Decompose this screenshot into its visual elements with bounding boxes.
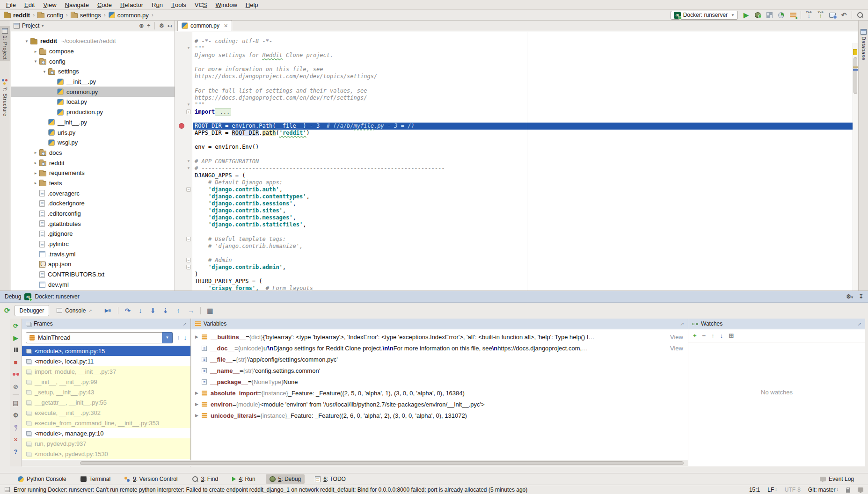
view-link[interactable]: View xyxy=(668,334,683,341)
frame-item[interactable]: __init__, __init__.py:99 xyxy=(22,377,190,387)
thread-selector[interactable]: MainThread ▼ xyxy=(26,332,173,343)
error-stripe-mark[interactable] xyxy=(853,69,858,71)
fold-marker[interactable]: ▾ xyxy=(186,166,191,171)
step-into-button[interactable]: ↓ xyxy=(136,306,145,315)
add-watch-button[interactable]: + xyxy=(693,332,697,339)
tree-item-config[interactable]: ▾config xyxy=(11,56,175,66)
local-history-button[interactable] xyxy=(827,10,837,20)
status-git-branch[interactable]: Git: master↕ xyxy=(808,487,839,493)
tree-item-urls-py[interactable]: urls.py xyxy=(11,127,175,138)
rerun-button[interactable]: ⟳ xyxy=(4,306,10,315)
tree-item-editorconfig[interactable]: .editorconfig xyxy=(11,209,175,219)
help-button[interactable]: ? xyxy=(14,447,18,456)
gear-icon[interactable]: ⚙▾ xyxy=(846,294,853,299)
stop-button[interactable]: ■ xyxy=(14,358,18,366)
menu-item-run[interactable]: Run xyxy=(147,0,167,9)
locate-file-icon[interactable]: ⊕ xyxy=(139,23,144,29)
breadcrumb-item-reddit[interactable]: reddit xyxy=(4,12,30,19)
frame-item[interactable]: _setup, __init__.py:43 xyxy=(22,387,190,397)
restore-layout-button[interactable]: ▤ xyxy=(13,399,18,407)
editor-scrollbar[interactable] xyxy=(853,43,858,291)
status-lock[interactable] xyxy=(846,487,850,493)
fold-marker[interactable]: + xyxy=(186,109,191,114)
variable-row-name[interactable]: __name__ = {str} 'config.settings.common… xyxy=(191,365,688,376)
variable-row-doc[interactable]: __doc__ = {unicode} u'\nDjango settings … xyxy=(191,342,688,354)
variable-row-builtins[interactable]: ▶__builtins__ = {dict} {'bytearray': <ty… xyxy=(191,331,688,342)
evaluate-expression-button[interactable]: ▦ xyxy=(206,306,214,315)
tree-item-wsgi-py[interactable]: wsgi.py xyxy=(11,138,175,148)
status-hector[interactable] xyxy=(858,487,863,492)
tree-expand-arrow[interactable]: ▾ xyxy=(32,59,39,64)
variable-row-unicode-literals[interactable]: ▶unicode_literals = {instance} _Feature:… xyxy=(191,410,688,421)
tree-item-dockerignore[interactable]: .dockerignore xyxy=(11,198,175,209)
frame-down-icon[interactable]: ↓ xyxy=(184,334,187,341)
scrollbar-thumb[interactable] xyxy=(80,461,684,465)
toolwindow-tab-terminal[interactable]: Terminal xyxy=(77,474,114,484)
view-breakpoints-button[interactable] xyxy=(13,370,19,378)
menu-item-tools[interactable]: Tools xyxy=(167,0,190,9)
status-encoding[interactable]: UTF-8 xyxy=(785,487,801,493)
toolwindow-tab-9-version-control[interactable]: 9: Version Control xyxy=(121,474,181,484)
tree-expand-arrow[interactable]: ▸ xyxy=(32,160,39,165)
toolwindow-tab-event-log[interactable]: Event Log xyxy=(816,474,858,484)
menu-item-navigate[interactable]: Navigate xyxy=(61,0,93,9)
hide-panel-icon[interactable]: ↤ xyxy=(168,23,172,29)
expand-arrow-icon[interactable]: ▶ xyxy=(195,402,202,407)
update-project-button[interactable] xyxy=(804,10,814,20)
frame-item[interactable]: <module>, pydevd.py:1530 xyxy=(22,449,190,459)
fold-marker[interactable]: − xyxy=(186,187,191,192)
commit-changes-button[interactable] xyxy=(816,10,825,20)
chevron-down-icon[interactable]: ▼ xyxy=(162,332,173,343)
minimize-icon[interactable]: ↧ xyxy=(859,294,863,299)
menu-item-view[interactable]: View xyxy=(39,0,60,9)
variable-row-absolute-import[interactable]: ▶absolute_import = {instance} _Feature: … xyxy=(191,387,688,399)
expand-arrow-icon[interactable]: ▶ xyxy=(195,413,202,418)
variable-row-file[interactable]: __file__ = {str} '/app/config/settings/c… xyxy=(191,354,688,365)
breadcrumb-item-common-py[interactable]: common.py xyxy=(109,12,149,19)
frame-item[interactable]: <module>, manage.py:10 xyxy=(22,428,190,438)
variable-row-package[interactable]: __package__ = {NoneType} None xyxy=(191,376,688,387)
run-config-selector[interactable]: Docker: runserver ▼ xyxy=(671,11,738,20)
menu-item-vcs[interactable]: VCS xyxy=(190,0,212,9)
menu-item-edit[interactable]: Edit xyxy=(20,0,39,9)
menu-item-help[interactable]: Help xyxy=(241,0,263,9)
tree-item-gitattributes[interactable]: .gitattributes xyxy=(11,218,175,229)
tree-expand-arrow[interactable]: ▾ xyxy=(23,39,30,44)
panel-options-icon[interactable]: ↗ xyxy=(680,321,684,327)
force-step-into-button[interactable]: ⇓ xyxy=(149,306,157,315)
tool-tab-database[interactable]: Database xyxy=(859,27,868,62)
fold-marker[interactable]: ▾ xyxy=(186,159,191,164)
status-line-separator[interactable]: LF↕ xyxy=(767,487,777,493)
fold-marker[interactable]: ▾ xyxy=(186,46,191,51)
show-execution-point-button[interactable] xyxy=(104,306,113,315)
step-into-my-code-button[interactable]: ⇣ xyxy=(161,306,170,315)
tree-item-production-py[interactable]: production.py xyxy=(11,107,175,117)
frame-item[interactable]: run, pydevd.py:937 xyxy=(22,438,190,449)
tree-expand-arrow[interactable]: ▸ xyxy=(32,181,39,185)
expand-arrow-icon[interactable]: ▶ xyxy=(195,391,202,395)
tree-expand-arrow[interactable]: ▾ xyxy=(41,69,48,74)
tree-item-tests[interactable]: ▸tests xyxy=(11,178,175,189)
tool-tab-7-structure[interactable]: 7: Structure xyxy=(0,77,10,118)
menu-item-code[interactable]: Code xyxy=(93,0,116,9)
breakpoint-dot[interactable] xyxy=(179,123,184,129)
error-stripe-mark[interactable] xyxy=(853,66,858,68)
tree-item-dev-yml[interactable]: dev.yml xyxy=(11,280,175,290)
tab-console[interactable]: Console ↗ xyxy=(51,305,97,316)
pin-tab-button[interactable] xyxy=(15,423,17,431)
tree-item-travis-yml[interactable]: .travis.yml xyxy=(11,249,175,259)
tree-item-reddit[interactable]: ▸reddit xyxy=(11,158,175,168)
tree-item-init-py[interactable]: __init__.py xyxy=(11,117,175,128)
chevron-down-icon[interactable]: ▾ xyxy=(42,24,44,28)
step-over-button[interactable]: ↷ xyxy=(124,306,132,315)
tree-item-local-py[interactable]: local.py xyxy=(11,97,175,107)
expand-arrow-icon[interactable]: ▶ xyxy=(195,334,202,339)
tree-item-common-py[interactable]: common.py xyxy=(11,87,175,97)
frame-item[interactable]: execute_from_command_line, __init__.py:3… xyxy=(22,418,190,428)
status-caret-position[interactable]: 15:1 xyxy=(749,487,760,493)
tab-debugger[interactable]: Debugger xyxy=(15,305,50,316)
frame-item[interactable]: __getattr__, __init__.py:55 xyxy=(22,397,190,407)
frame-up-icon[interactable]: ↑ xyxy=(177,334,180,341)
breadcrumb-item-settings[interactable]: settings xyxy=(71,12,101,19)
toolwindow-tab-6-todo[interactable]: 6: TODO xyxy=(311,474,350,484)
